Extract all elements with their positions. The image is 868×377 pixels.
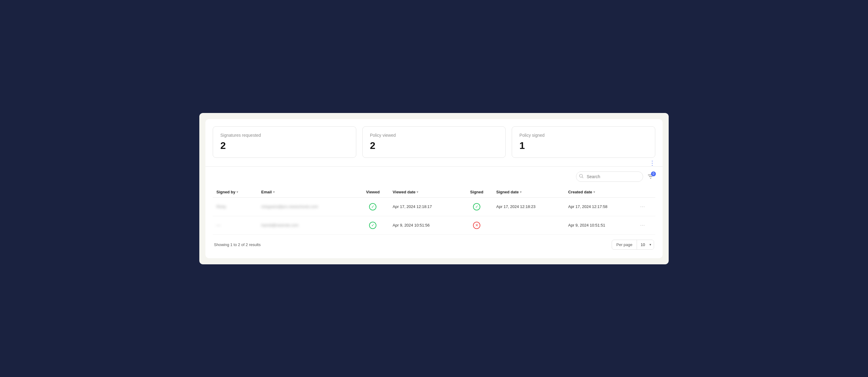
col-email[interactable]: Email ▾ [257,187,356,198]
signatures-table: Signed by ▾ Email ▾ Viewed [213,187,655,235]
sort-arrow-signed-date: ▾ [520,190,522,194]
stat-label-signed: Policy signed [519,133,648,138]
signed-check-icon: ✓ [473,203,480,210]
col-signed: Signed [461,187,493,198]
col-viewed-date[interactable]: Viewed date ▾ [389,187,461,198]
sort-arrow-email: ▾ [273,190,275,194]
stat-value-viewed: 2 [370,140,498,151]
cell-created-date: Apr 9, 2024 10:51:51 [564,216,637,235]
svg-line-1 [582,177,583,178]
stat-card-signatures: Signatures requested 2 [213,126,356,158]
section-divider [206,166,662,167]
stat-label-viewed: Policy viewed [370,133,498,138]
cell-viewed: ✓ [356,216,389,235]
cell-viewed-date: Apr 17, 2024 12:18:17 [389,197,461,216]
sort-arrow-viewed-date: ▾ [416,190,418,194]
search-wrapper [576,171,643,182]
filter-button[interactable]: 0 [646,172,655,181]
viewed-check-icon: ✓ [369,222,376,229]
per-page-select[interactable]: 10 25 50 [637,240,654,249]
row-options-icon[interactable]: ⋯ [640,222,645,228]
filter-badge: 0 [651,171,656,176]
cell-signed-date [493,216,564,235]
col-created-date[interactable]: Created date ▾ [564,187,637,198]
toolbar: ⋮ 0 [213,171,655,182]
per-page-label: Per page [612,240,637,249]
table-header: Signed by ▾ Email ▾ Viewed [213,187,655,198]
cell-row-options[interactable]: ⋯ [637,216,655,235]
search-icon [579,174,583,179]
col-viewed: Viewed [356,187,389,198]
row-options-icon[interactable]: ⋯ [640,204,645,209]
more-options-button[interactable]: ⋮ [649,159,655,167]
stat-value-signed: 1 [519,140,648,151]
cell-signed-by: Ricky [213,197,257,216]
viewed-check-icon: ✓ [369,203,376,210]
col-signed-date[interactable]: Signed date ▾ [493,187,564,198]
stats-row: Signatures requested 2 Policy viewed 2 P… [213,126,655,158]
table-footer: Showing 1 to 2 of 2 results Per page 10 … [213,235,655,251]
showing-results: Showing 1 to 2 of 2 results [214,242,260,247]
per-page-control: Per page 10 25 50 ▾ [612,240,654,250]
stat-card-signed: Policy signed 1 [512,126,655,158]
cell-created-date: Apr 17, 2024 12:17:58 [564,197,637,216]
sort-arrow-signed-by: ▾ [237,190,238,194]
cell-signed-by: — [213,216,257,235]
cell-signed-date: Apr 17, 2024 12:18:23 [493,197,564,216]
col-actions [637,187,655,198]
signed-x-icon: ✕ [473,222,480,229]
stat-label-signatures: Signatures requested [220,133,349,138]
sort-arrow-created-date: ▾ [593,190,595,194]
col-signed-by[interactable]: Signed by ▾ [213,187,257,198]
stat-card-viewed: Policy viewed 2 [362,126,506,158]
cell-email: rickyparis@pro.newschools.com [257,197,356,216]
cell-signed: ✕ [461,216,493,235]
table-row: Rickyrickyparis@pro.newschools.com✓Apr 1… [213,197,655,216]
search-input[interactable] [576,171,643,182]
stat-value-signatures: 2 [220,140,349,151]
table-body: Rickyrickyparis@pro.newschools.com✓Apr 1… [213,197,655,235]
cell-email: hamid@newrole.com [257,216,356,235]
cell-viewed-date: Apr 9, 2024 10:51:56 [389,216,461,235]
table-row: —hamid@newrole.com✓Apr 9, 2024 10:51:56✕… [213,216,655,235]
cell-viewed: ✓ [356,197,389,216]
cell-signed: ✓ [461,197,493,216]
cell-row-options[interactable]: ⋯ [637,197,655,216]
